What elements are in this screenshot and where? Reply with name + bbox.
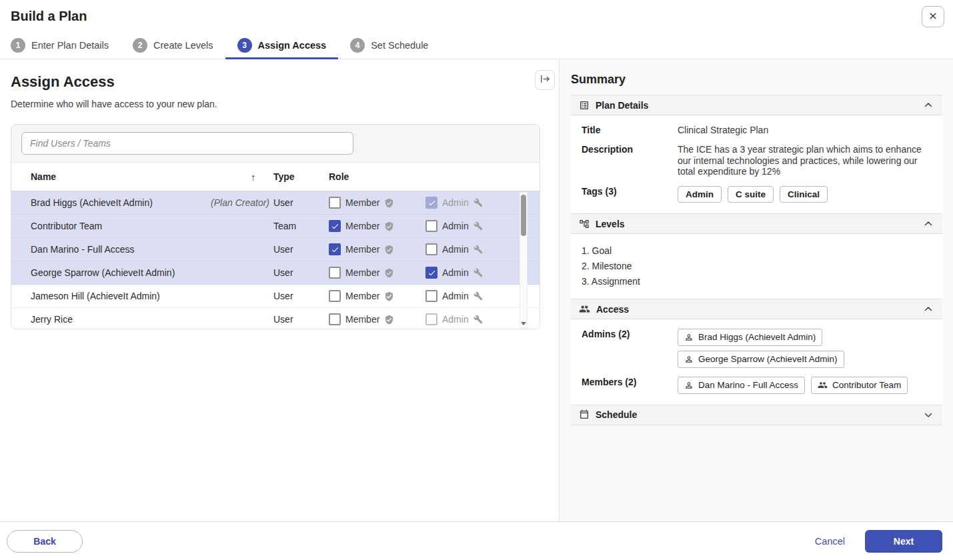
admin-role-cell: Admin bbox=[425, 290, 522, 302]
admin-checkbox[interactable] bbox=[425, 267, 437, 279]
admin-role-cell: Admin bbox=[425, 197, 522, 209]
member-label: Member bbox=[345, 221, 379, 231]
step-create-levels[interactable]: 2Create Levels bbox=[121, 32, 225, 59]
member-label: Member bbox=[345, 291, 379, 301]
chevron-up-icon[interactable] bbox=[922, 218, 934, 230]
summary-section-plan-details: Plan Details Title Clinical Strategic Pl… bbox=[571, 95, 942, 213]
table-scrollbar[interactable] bbox=[520, 192, 528, 328]
admin-role-cell: Admin bbox=[425, 243, 522, 255]
admin-checkbox[interactable] bbox=[425, 290, 437, 302]
access-section-header[interactable]: Access bbox=[571, 299, 942, 319]
admin-role-cell: Admin bbox=[425, 220, 522, 232]
close-button[interactable] bbox=[922, 6, 944, 27]
row-type: User bbox=[273, 244, 329, 255]
step-assign-access[interactable]: 3Assign Access bbox=[225, 32, 339, 59]
admin-checkbox[interactable] bbox=[425, 197, 437, 209]
table-row[interactable]: Dan Marino - Full AccessUserMemberAdmin bbox=[11, 238, 540, 261]
admins-label: Admins (2) bbox=[582, 329, 678, 368]
access-rows: Brad Higgs (AchieveIt Admin)(Plan Creato… bbox=[11, 191, 540, 329]
step-enter-plan-details[interactable]: 1Enter Plan Details bbox=[11, 32, 121, 59]
access-people-icon bbox=[579, 303, 590, 315]
member-shield-icon bbox=[384, 268, 394, 278]
chevron-up-icon[interactable] bbox=[922, 303, 934, 315]
scrollbar-thumb[interactable] bbox=[521, 195, 526, 236]
member-role-cell: Member bbox=[329, 197, 425, 209]
admin-tools-icon bbox=[473, 221, 483, 231]
member-shield-icon bbox=[384, 315, 394, 325]
schedule-calendar-icon bbox=[579, 409, 590, 420]
tag-chip: Clinical bbox=[780, 186, 828, 203]
row-name-cell: George Sparrow (AchieveIt Admin) bbox=[31, 267, 273, 278]
member-checkbox[interactable] bbox=[329, 290, 341, 302]
summary-heading: Summary bbox=[571, 73, 942, 87]
chip-label: Dan Marino - Full Access bbox=[698, 380, 798, 391]
row-type: User bbox=[273, 291, 329, 301]
admin-role-cell: Admin bbox=[425, 267, 522, 279]
admin-role-cell: Admin bbox=[425, 313, 522, 325]
check-icon bbox=[331, 222, 339, 231]
assign-access-subheading: Determine who will have access to your n… bbox=[11, 99, 548, 109]
cancel-link[interactable]: Cancel bbox=[815, 536, 845, 547]
tags-list: AdminC suiteClinical bbox=[678, 186, 828, 203]
summary-panel: Summary Plan Details Title Clinical Stra… bbox=[560, 60, 953, 521]
dialog-header: Build a Plan bbox=[0, 0, 953, 32]
table-row[interactable]: Brad Higgs (AchieveIt Admin)(Plan Creato… bbox=[11, 191, 540, 215]
member-checkbox[interactable] bbox=[329, 267, 341, 279]
step-number: 1 bbox=[11, 38, 25, 53]
member-checkbox[interactable] bbox=[329, 197, 341, 209]
plan-details-section-header[interactable]: Plan Details bbox=[571, 95, 942, 115]
wizard-stepper: 1Enter Plan Details2Create Levels3Assign… bbox=[0, 32, 953, 59]
table-row[interactable]: Jameson Hill (AchieveIt Admin)UserMember… bbox=[11, 285, 540, 308]
step-label: Set Schedule bbox=[371, 40, 428, 51]
chevron-up-icon[interactable] bbox=[922, 99, 934, 111]
member-checkbox[interactable] bbox=[329, 313, 341, 325]
chevron-down-icon[interactable] bbox=[922, 409, 934, 421]
check-icon bbox=[427, 199, 436, 207]
plan-details-content: Title Clinical Strategic Plan Descriptio… bbox=[571, 115, 942, 213]
levels-section-header[interactable]: Levels bbox=[571, 213, 942, 234]
access-content: Admins (2) Brad Higgs (AchieveIt Admin)G… bbox=[571, 319, 942, 404]
step-label: Create Levels bbox=[153, 40, 213, 51]
member-shield-icon bbox=[384, 245, 394, 255]
table-row[interactable]: Jerry RiceUserMemberAdmin bbox=[11, 308, 540, 329]
row-name: Jameson Hill (AchieveIt Admin) bbox=[31, 291, 160, 301]
step-number: 2 bbox=[133, 38, 147, 53]
dialog-title: Build a Plan bbox=[11, 9, 87, 24]
summary-section-schedule: Schedule bbox=[571, 405, 942, 425]
group-icon bbox=[818, 380, 828, 390]
table-row[interactable]: George Sparrow (AchieveIt Admin)UserMemb… bbox=[11, 261, 540, 285]
row-name-cell: Contributor Team bbox=[31, 221, 273, 231]
member-shield-icon bbox=[384, 291, 394, 301]
member-shield-icon bbox=[384, 198, 394, 208]
admin-checkbox[interactable] bbox=[425, 243, 437, 255]
collapse-summary-button[interactable] bbox=[535, 70, 555, 90]
schedule-section-header[interactable]: Schedule bbox=[571, 405, 942, 425]
description-label: Description bbox=[582, 144, 678, 177]
tags-label: Tags (3) bbox=[582, 186, 678, 203]
admin-checkbox[interactable] bbox=[425, 313, 437, 325]
section-title: Schedule bbox=[596, 409, 922, 420]
table-row[interactable]: Contributor TeamTeamMemberAdmin bbox=[11, 215, 540, 238]
levels-hierarchy-icon bbox=[579, 219, 590, 229]
members-list: Dan Marino - Full AccessContributor Team bbox=[678, 377, 908, 394]
person-icon bbox=[684, 381, 694, 390]
scrollbar-down-arrow-icon[interactable] bbox=[521, 322, 526, 325]
row-name: George Sparrow (AchieveIt Admin) bbox=[31, 267, 175, 278]
member-checkbox[interactable] bbox=[329, 243, 341, 255]
step-set-schedule[interactable]: 4Set Schedule bbox=[338, 32, 440, 59]
check-icon bbox=[331, 245, 339, 254]
next-button[interactable]: Next bbox=[865, 530, 942, 553]
admin-checkbox[interactable] bbox=[425, 220, 437, 232]
access-table-card: Name ↑ Type Role Brad Higgs (AchieveIt A… bbox=[11, 124, 540, 329]
search-input[interactable] bbox=[21, 132, 353, 155]
title-label: Title bbox=[582, 125, 678, 135]
row-name: Dan Marino - Full Access bbox=[31, 244, 135, 255]
access-chip: Dan Marino - Full Access bbox=[678, 377, 805, 394]
row-name-cell: Brad Higgs (AchieveIt Admin)(Plan Creato… bbox=[31, 197, 273, 208]
person-icon bbox=[684, 333, 694, 342]
back-button[interactable]: Back bbox=[7, 530, 83, 553]
level-item: 1. Goal bbox=[582, 243, 932, 259]
row-name-cell: Jerry Rice bbox=[31, 314, 273, 325]
sort-asc-icon[interactable]: ↑ bbox=[251, 171, 273, 183]
member-checkbox[interactable] bbox=[329, 220, 341, 232]
